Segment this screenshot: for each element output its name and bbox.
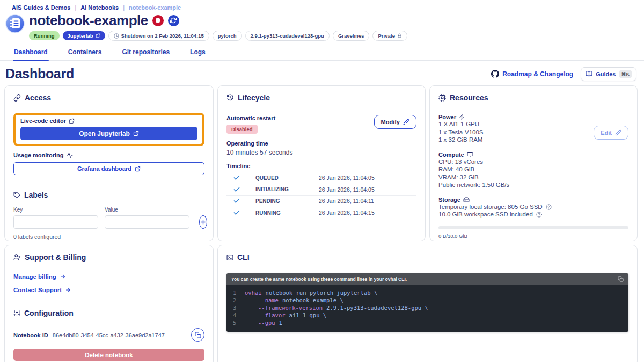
configuration-title: Configuration	[24, 309, 74, 317]
labels-count: 0 labels configured	[13, 234, 204, 240]
stop-icon	[156, 18, 160, 23]
breadcrumb-project[interactable]: AIS Guides & Demos	[12, 4, 70, 11]
key-input[interactable]	[13, 215, 98, 229]
labels-title: Labels	[24, 191, 48, 199]
arrow-right-icon	[65, 287, 71, 293]
external-link-icon	[133, 131, 139, 136]
help-icon[interactable]	[546, 204, 552, 210]
timeline: QUEUED 26 Jan 2026, 11:04:05 INITIALIZIN…	[226, 172, 416, 219]
value-input[interactable]	[105, 215, 189, 229]
cli-banner: You can create the same notebook using t…	[231, 277, 407, 282]
region-badge: Gravelines	[333, 31, 370, 41]
badges-row: Running Jupyterlab Shutdown on 2 Feb 202…	[29, 31, 407, 41]
stop-notebook-button[interactable]	[152, 15, 164, 26]
add-label-button[interactable]	[199, 215, 207, 229]
github-icon	[491, 70, 499, 78]
operating-time-label: Operating time	[226, 140, 416, 147]
compute-group: Compute CPU: 13 vCores RAM: 40 GiB VRAM:…	[438, 151, 628, 189]
timeline-row: PENDING 26 Jan 2026, 11:04:11	[226, 196, 416, 207]
shutdown-badge: Shutdown on 2 Feb 2026, 11:04:15	[108, 31, 209, 41]
user-icon	[13, 254, 21, 261]
manage-billing-link[interactable]: Manage billing	[13, 273, 204, 280]
plus-icon	[200, 219, 207, 226]
value-label: Value	[105, 207, 189, 213]
check-icon	[233, 209, 240, 216]
auto-restart-status-badge: Disabled	[226, 125, 258, 134]
external-link-icon	[96, 33, 100, 38]
status-badge: Running	[29, 31, 60, 40]
storage-label: Storage	[438, 197, 460, 203]
help-icon[interactable]	[536, 212, 542, 218]
tab-git-repositories[interactable]: Git repositories	[121, 46, 171, 60]
copy-icon[interactable]	[618, 276, 624, 282]
version-badge: 2.9.1-py313-cudadevel128-gpu	[245, 31, 330, 41]
guides-shortcut: ⌘K	[619, 70, 632, 78]
modify-button[interactable]: Modify	[374, 115, 416, 129]
open-jupyterlab-button[interactable]: Open Jupyterlab	[20, 127, 197, 140]
activity-icon	[67, 152, 73, 158]
breadcrumb-current: notebook-example	[129, 4, 181, 11]
monitor-icon	[467, 151, 473, 158]
tab-containers[interactable]: Containers	[67, 46, 103, 60]
check-icon	[233, 186, 240, 193]
breadcrumb-separator: |	[75, 4, 76, 11]
storage-group: Storage Temporary local storage: 805 Go …	[438, 197, 628, 219]
refresh-icon	[170, 17, 177, 24]
book-icon	[586, 70, 592, 77]
notebook-logo	[5, 14, 25, 33]
power-label: Power	[438, 114, 456, 120]
notebook-id-value: 86e4db80-3454-45cc-a432-36ae9d2a1747	[53, 332, 165, 338]
copy-notebook-id-button[interactable]	[191, 328, 204, 342]
privacy-badge: Private	[372, 31, 407, 41]
roadmap-changelog-link[interactable]: Roadmap & Changelog	[491, 70, 573, 78]
delete-notebook-button[interactable]: Delete notebook	[13, 349, 204, 361]
edit-resources-button[interactable]: Edit	[594, 126, 628, 140]
cli-code[interactable]: 1ovhainotebook run pytorch jupyterlab \ …	[226, 285, 628, 332]
hard-drive-icon	[463, 197, 470, 203]
external-link-icon	[135, 166, 141, 172]
notebook-id-label: Notebook ID	[13, 332, 48, 338]
pencil-icon	[403, 119, 409, 125]
contact-support-link[interactable]: Contact Support	[13, 287, 204, 293]
framework-badge: pytorch	[213, 31, 242, 41]
guides-button[interactable]: Guides ⌘K	[581, 67, 636, 81]
timeline-row: QUEUED 26 Jan 2026, 11:04:05	[226, 172, 416, 184]
live-code-editor-label: Live-code editor	[20, 118, 66, 124]
pencil-icon	[615, 129, 621, 136]
copy-icon	[195, 332, 201, 338]
check-icon	[233, 197, 240, 205]
zap-icon	[459, 114, 465, 120]
resources-title: Resources	[450, 93, 488, 102]
cli-code-block: You can create the same notebook using t…	[226, 273, 628, 332]
storage-usage-text: 0 B/10.0 GiB	[438, 233, 628, 239]
highlight-annotation: Live-code editor Open Jupyterlab	[13, 113, 204, 146]
page-title: Dashboard	[5, 66, 74, 82]
tab-dashboard[interactable]: Dashboard	[13, 46, 49, 60]
timeline-row: RUNNING 26 Jan 2026, 11:04:15	[226, 207, 416, 219]
sliders-icon	[13, 310, 20, 317]
link-icon	[13, 94, 21, 102]
jupyterlab-badge[interactable]: Jupyterlab	[63, 31, 105, 40]
cli-title: CLI	[237, 253, 250, 262]
restart-notebook-button[interactable]	[168, 15, 179, 26]
support-card: Support & Billing Manage billing Contact…	[4, 245, 214, 362]
breadcrumb: AIS Guides & Demos | AI Notebooks | note…	[0, 0, 644, 11]
operating-time-value: 10 minutes 57 seconds	[226, 149, 416, 156]
grafana-dashboard-button[interactable]: Grafana dashboard	[13, 162, 204, 175]
breadcrumb-notebooks[interactable]: AI Notebooks	[80, 4, 119, 11]
notebook-title: notebook-example	[29, 13, 148, 28]
cli-card: CLI You can create the same notebook usi…	[217, 245, 638, 362]
tab-logs[interactable]: Logs	[189, 46, 207, 60]
timeline-label: Timeline	[226, 163, 416, 169]
notebook-header: notebook-example Running Jupyterlab Shut…	[0, 11, 644, 41]
breadcrumb-separator: |	[123, 4, 125, 11]
lifecycle-card: Lifecycle Automatic restart Disabled Mod…	[217, 85, 426, 241]
arrow-right-icon	[60, 273, 66, 280]
usage-monitoring-label: Usage monitoring	[13, 152, 64, 158]
history-icon	[226, 94, 234, 102]
cpu-icon	[438, 94, 446, 102]
key-label: Key	[13, 207, 98, 213]
support-billing-title: Support & Billing	[25, 253, 86, 262]
access-card: Access Live-code editor Open Jupyterlab …	[4, 85, 214, 241]
check-icon	[233, 174, 240, 182]
